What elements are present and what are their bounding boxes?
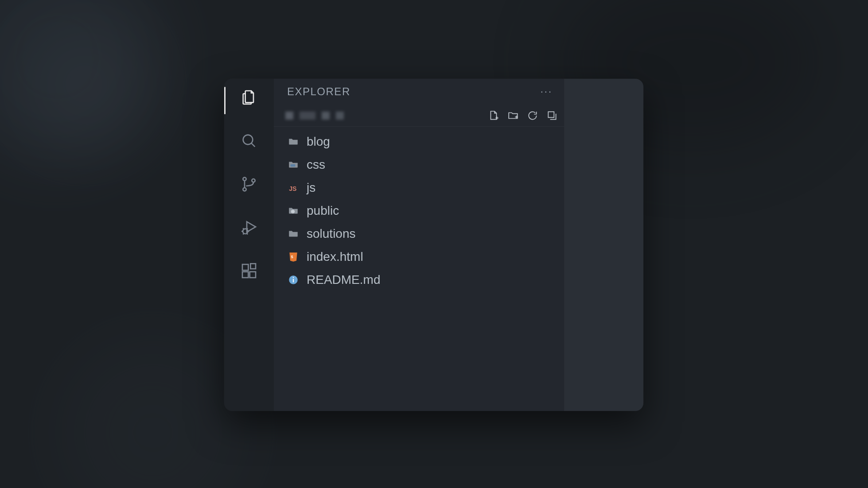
tree-item-label: css — [307, 158, 325, 172]
workspace-name-redacted — [285, 112, 344, 120]
svg-text:JS: JS — [289, 185, 296, 192]
tree-item-label: js — [307, 181, 315, 195]
tree-item-label: solutions — [307, 227, 356, 241]
tree-item-label: README.md — [307, 273, 380, 287]
new-file-icon — [488, 110, 499, 121]
new-folder-icon — [507, 110, 519, 121]
svg-line-12 — [247, 233, 248, 234]
tree-folder-css[interactable]: css — [274, 153, 564, 176]
activity-run-debug[interactable] — [238, 217, 260, 238]
explorer-title: EXPLORER — [287, 85, 350, 98]
branch-icon — [240, 175, 258, 193]
tree-folder-js[interactable]: JS js — [274, 176, 564, 199]
svg-line-1 — [251, 143, 255, 147]
info-file-icon — [287, 274, 300, 286]
svg-text:5: 5 — [291, 255, 293, 259]
refresh-icon — [527, 110, 538, 121]
tree-file-index-html[interactable]: 5 index.html — [274, 245, 564, 268]
svg-rect-28 — [293, 277, 294, 278]
tree-item-label: index.html — [307, 250, 363, 264]
explorer-section-header[interactable] — [274, 105, 564, 127]
svg-rect-13 — [242, 264, 248, 270]
background-blur — [53, 333, 253, 488]
activity-bar — [224, 79, 274, 411]
activity-source-control[interactable] — [238, 174, 260, 195]
html-file-icon: 5 — [287, 251, 300, 263]
file-tree: blog css JS js public — [274, 127, 564, 411]
editor-pane[interactable] — [564, 79, 643, 411]
collapse-all-button[interactable] — [546, 110, 558, 121]
explorer-more-button[interactable]: ··· — [538, 84, 555, 99]
svg-rect-21 — [548, 112, 554, 117]
refresh-button[interactable] — [527, 110, 538, 121]
css-folder-icon — [287, 159, 300, 171]
svg-rect-27 — [293, 279, 294, 283]
extensions-icon — [240, 262, 258, 280]
tree-folder-blog[interactable]: blog — [274, 130, 564, 153]
tree-item-label: blog — [307, 135, 330, 149]
js-folder-icon: JS — [287, 182, 300, 194]
explorer-sidebar: EXPLORER ··· — [274, 79, 564, 411]
svg-line-11 — [243, 233, 244, 234]
new-file-button[interactable] — [488, 110, 499, 121]
svg-rect-14 — [242, 272, 248, 278]
new-folder-button[interactable] — [507, 110, 519, 121]
tree-file-readme-md[interactable]: README.md — [274, 268, 564, 291]
svg-rect-15 — [250, 272, 256, 278]
search-icon — [240, 132, 258, 150]
svg-point-3 — [243, 188, 246, 191]
svg-line-9 — [243, 228, 244, 229]
svg-rect-22 — [291, 164, 296, 167]
svg-line-10 — [247, 228, 248, 229]
tree-folder-solutions[interactable]: solutions — [274, 222, 564, 245]
explorer-header: EXPLORER ··· — [274, 79, 564, 105]
tree-folder-public[interactable]: public — [274, 199, 564, 222]
explorer-section-actions — [488, 110, 558, 121]
svg-point-0 — [243, 135, 253, 145]
collapse-icon — [546, 110, 558, 121]
background-blur — [18, 18, 151, 151]
activity-explorer[interactable] — [238, 87, 260, 108]
folder-icon — [287, 136, 300, 148]
files-icon — [240, 89, 258, 106]
activity-extensions[interactable] — [238, 260, 260, 282]
activity-active-indicator — [224, 87, 226, 114]
svg-point-4 — [252, 179, 255, 182]
run-debug-icon — [240, 219, 258, 236]
globe-folder-icon — [287, 205, 300, 217]
activity-search[interactable] — [238, 130, 260, 151]
editor-window: EXPLORER ··· — [224, 79, 643, 411]
tree-item-label: public — [307, 204, 339, 218]
folder-icon — [287, 228, 300, 240]
svg-rect-16 — [250, 263, 256, 269]
svg-point-2 — [243, 178, 246, 181]
